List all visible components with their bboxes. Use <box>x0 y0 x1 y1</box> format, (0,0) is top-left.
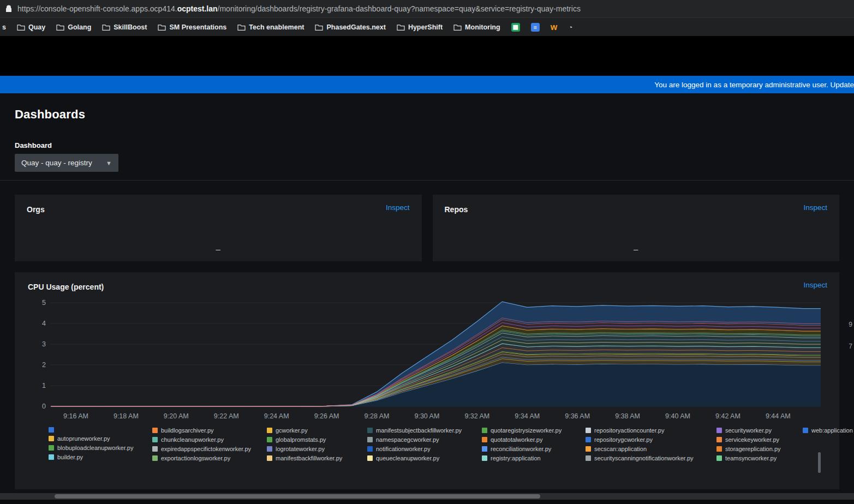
bookmark-sm-presentations[interactable]: SM Presentations <box>158 23 226 31</box>
bookmark-quay[interactable]: Quay <box>17 23 45 31</box>
legend-color-swatch <box>716 428 722 433</box>
bookmark-phasedgates-next[interactable]: PhasedGates.next <box>315 23 385 31</box>
url-bar[interactable]: https://console-openshift-console.apps.o… <box>0 0 854 18</box>
legend-label: autopruneworker.py <box>57 435 110 442</box>
legend-item[interactable]: quotaregistrysizeworker.py <box>482 427 574 434</box>
dashboard-select[interactable]: Quay - quay - registry ▼ <box>15 154 118 172</box>
legend-color-swatch <box>367 428 373 433</box>
legend-item[interactable]: storagereplication.py <box>716 446 791 452</box>
legend-column: buildlogsarchiver.pychunkcleanupworker.p… <box>152 427 255 461</box>
legend-item[interactable]: teamsyncworker.py <box>716 455 791 461</box>
legend-label: repositorygcworker.py <box>594 436 653 443</box>
legend-color-swatch <box>716 455 722 461</box>
legend-label: reconciliationworker.py <box>491 446 551 452</box>
legend-color-swatch <box>482 446 487 452</box>
legend-label: teamsyncworker.py <box>725 455 777 461</box>
cpu-inspect-link[interactable]: Inspect <box>803 281 827 289</box>
horizontal-scrollbar[interactable] <box>0 493 854 500</box>
legend-item[interactable]: gcworker.py <box>267 427 355 434</box>
legend-item[interactable]: repositorygcworker.py <box>586 436 704 443</box>
legend-item[interactable] <box>49 427 140 433</box>
legend-item[interactable]: blobuploadcleanupworker.py <box>49 445 140 451</box>
legend-item[interactable]: servicekeyworker.py <box>716 436 791 443</box>
bookmark-hypershift[interactable]: HyperShift <box>397 23 443 31</box>
legend-item[interactable]: secscan:application <box>586 446 704 452</box>
cpu-usage-chart[interactable]: 0123459:16 AM9:18 AM9:20 AM9:22 AM9:24 A… <box>28 299 825 423</box>
legend-item[interactable]: exportactionlogsworker.py <box>152 455 255 461</box>
legend-color-swatch <box>267 455 272 461</box>
legend-color-swatch <box>803 428 808 433</box>
legend-label: expiredappspecifictokenworker.py <box>161 446 251 452</box>
circle-icon[interactable]: ◔ <box>568 23 572 32</box>
legend-color-swatch <box>152 455 158 461</box>
legend-item[interactable]: repositoryactioncounter.py <box>586 427 704 434</box>
legend-column: repositoryactioncounter.pyrepositorygcwo… <box>586 427 704 461</box>
bookmark-monitoring[interactable]: Monitoring <box>453 23 500 31</box>
browser-chrome: https://console-openshift-console.apps.o… <box>0 0 854 36</box>
legend-item[interactable]: logrotateworker.py <box>267 446 355 452</box>
legend-item[interactable]: buildlogsarchiver.py <box>152 427 255 434</box>
bookmark-label: SM Presentations <box>169 23 226 31</box>
legend-label: logrotateworker.py <box>276 446 325 452</box>
bottom-edge <box>0 500 854 504</box>
svg-text:1: 1 <box>42 382 46 389</box>
bookmark-label: SkillBoost <box>114 23 147 31</box>
bookmark-golang[interactable]: Golang <box>56 23 91 31</box>
legend-column: quotaregistrysizeworker.pyquotatotalwork… <box>482 427 574 461</box>
legend-item[interactable]: web:application <box>803 427 854 434</box>
url-text: https://console-openshift-console.apps.o… <box>17 4 581 13</box>
svg-text:9:32 AM: 9:32 AM <box>464 412 489 420</box>
legend-item[interactable]: manifestbackfillworker.py <box>267 455 355 461</box>
repos-value: – <box>433 244 840 254</box>
sheets-icon[interactable]: ▦ <box>511 23 520 32</box>
legend-item[interactable]: registry:application <box>482 455 574 461</box>
legend-item[interactable]: securityworker.py <box>716 427 791 434</box>
legend-item[interactable]: chunkcleanupworker.py <box>152 436 255 443</box>
bookmarks-bar: sQuayGolangSkillBoostSM PresentationsTec… <box>0 18 854 36</box>
horizontal-scrollbar-thumb[interactable] <box>55 494 540 499</box>
w-icon[interactable]: w <box>551 23 557 32</box>
bookmark-cut[interactable]: s <box>2 23 6 31</box>
legend-color-swatch <box>482 428 487 433</box>
legend-label: manifestbackfillworker.py <box>276 455 342 461</box>
legend-item[interactable]: quotatotalworker.py <box>482 436 574 443</box>
legend-item[interactable]: builder.py <box>49 454 140 460</box>
bookmark-label: HyperShift <box>408 23 443 31</box>
legend-item[interactable]: globalpromstats.py <box>267 436 355 443</box>
legend-color-swatch <box>267 446 272 452</box>
legend-label: chunkcleanupworker.py <box>161 436 224 443</box>
repos-inspect-link[interactable]: Inspect <box>803 203 827 212</box>
legend-label: quotatotalworker.py <box>491 436 542 443</box>
svg-text:9:16 AM: 9:16 AM <box>63 412 88 420</box>
legend-color-swatch <box>267 437 272 442</box>
orgs-inspect-link[interactable]: Inspect <box>386 203 410 212</box>
legend-label: securityworker.py <box>725 427 772 434</box>
legend-item[interactable]: namespacegcworker.py <box>367 436 470 443</box>
legend-scrollbar[interactable] <box>818 452 821 473</box>
legend-label: queuecleanupworker.py <box>376 455 439 461</box>
legend-item[interactable]: autopruneworker.py <box>49 435 140 442</box>
legend-item[interactable]: expiredappspecifictokenworker.py <box>152 446 255 452</box>
legend-item[interactable]: reconciliationworker.py <box>482 446 574 452</box>
legend-item[interactable]: securityscanningnotificationworker.py <box>586 455 704 461</box>
legend-label: servicekeyworker.py <box>725 436 779 443</box>
legend-label: repositoryactioncounter.py <box>594 427 664 434</box>
legend-item[interactable]: manifestsubjectbackfillworker.py <box>367 427 470 434</box>
bookmark-label: Golang <box>68 23 91 31</box>
legend-item[interactable]: notificationworker.py <box>367 446 470 452</box>
site-info-icon[interactable] <box>5 5 12 13</box>
svg-text:9:26 AM: 9:26 AM <box>314 412 339 420</box>
login-alert-text: You are logged in as a temporary adminis… <box>654 81 854 89</box>
legend-label: quotaregistrysizeworker.py <box>491 427 562 434</box>
orgs-panel: Orgs Inspect – <box>15 195 422 261</box>
svg-text:9:40 AM: 9:40 AM <box>665 412 690 420</box>
bookmark-skillboost[interactable]: SkillBoost <box>102 23 147 31</box>
svg-text:9:42 AM: 9:42 AM <box>715 412 740 420</box>
svg-text:9:36 AM: 9:36 AM <box>565 412 590 420</box>
bookmark-label: PhasedGates.next <box>326 23 385 31</box>
legend-color-swatch <box>367 446 373 452</box>
legend-color-swatch <box>482 455 487 461</box>
docs-icon[interactable]: ≡ <box>531 23 540 32</box>
legend-item[interactable]: queuecleanupworker.py <box>367 455 470 461</box>
bookmark-tech-enablement[interactable]: Tech enablement <box>237 23 304 31</box>
